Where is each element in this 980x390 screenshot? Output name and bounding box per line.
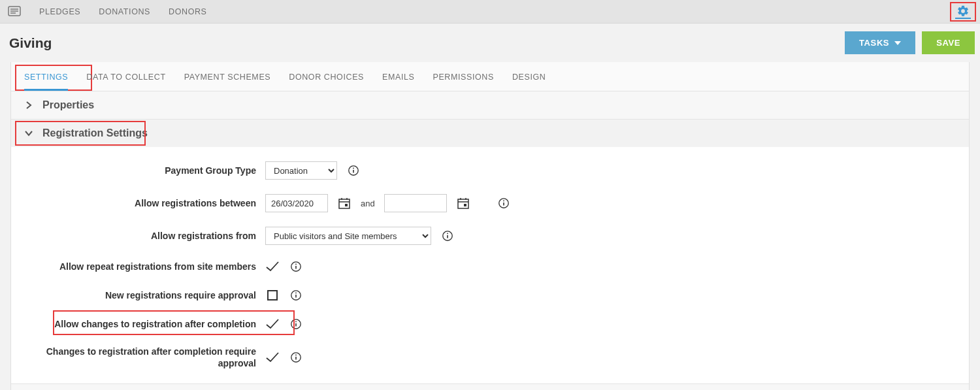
save-button[interactable]: SAVE — [922, 31, 975, 54]
top-nav-bar: PLEDGES DONATIONS DONORS — [0, 0, 980, 24]
approval-checkbox[interactable] — [265, 288, 280, 302]
chevron-right-icon — [24, 101, 33, 109]
calendar-icon[interactable] — [456, 196, 470, 210]
checkbox-empty-icon — [267, 290, 278, 301]
nav-donors[interactable]: DONORS — [169, 7, 206, 16]
allow-between-label: Allow registrations between — [24, 197, 256, 209]
tab-donor-choices[interactable]: DONOR CHOICES — [289, 62, 364, 91]
changes-approval-checkbox[interactable] — [265, 350, 280, 365]
svg-point-34 — [295, 355, 297, 356]
repeat-label: Allow repeat registrations from site mem… — [24, 261, 256, 272]
tab-emails[interactable]: EMAILS — [382, 62, 414, 91]
changes-label: Allow changes to registration after comp… — [24, 318, 256, 330]
svg-rect-7 — [339, 199, 350, 208]
tab-settings[interactable]: SETTINGS — [24, 62, 68, 91]
info-icon[interactable] — [289, 317, 303, 331]
allow-between-from-input[interactable] — [265, 194, 328, 212]
and-label: and — [361, 199, 375, 208]
save-button-label: SAVE — [936, 38, 960, 48]
chevron-down-icon — [894, 41, 901, 45]
chevron-down-icon — [24, 130, 33, 137]
calendar-icon[interactable] — [337, 196, 351, 210]
payment-group-type-label: Payment Group Type — [24, 165, 256, 176]
svg-point-28 — [295, 293, 297, 294]
tasks-button-label: TASKS — [859, 38, 889, 48]
svg-point-25 — [295, 264, 297, 265]
svg-rect-14 — [464, 204, 466, 206]
section-payment-header[interactable]: Payment — [11, 384, 969, 390]
section-registration-header[interactable]: Registration Settings — [11, 120, 969, 147]
nav-donations[interactable]: DONATIONS — [99, 7, 150, 16]
app-menu-icon[interactable] — [8, 6, 21, 18]
tasks-button[interactable]: TASKS — [845, 31, 915, 54]
nav-pledges[interactable]: PLEDGES — [39, 7, 80, 16]
info-icon[interactable] — [289, 259, 303, 274]
repeat-checkbox[interactable] — [265, 259, 280, 274]
info-icon[interactable] — [289, 288, 303, 302]
settings-gear-highlight — [950, 2, 976, 22]
svg-point-22 — [447, 233, 448, 235]
allow-from-select[interactable]: Public visitors and Site members — [265, 227, 431, 245]
payment-group-type-select[interactable]: Donation — [265, 161, 337, 180]
page-header: Giving TASKS SAVE — [0, 24, 980, 62]
approval-label: New registrations require approval — [24, 289, 256, 301]
section-payment: Payment — [11, 384, 969, 390]
info-icon[interactable] — [289, 350, 303, 365]
info-icon[interactable] — [440, 229, 455, 243]
tab-data-to-collect[interactable]: DATA TO COLLECT — [86, 62, 165, 91]
section-properties-title: Properties — [42, 99, 94, 111]
page-title: Giving — [9, 35, 52, 51]
svg-point-6 — [353, 168, 354, 169]
tab-design[interactable]: DESIGN — [512, 62, 546, 91]
section-properties-header[interactable]: Properties — [11, 91, 969, 119]
section-registration: Registration Settings Payment Group Type… — [11, 120, 969, 384]
svg-rect-12 — [458, 199, 468, 208]
svg-rect-9 — [345, 204, 348, 206]
allow-between-to-input[interactable] — [384, 194, 447, 212]
tab-permissions[interactable]: PERMISSIONS — [433, 62, 493, 91]
section-properties: Properties — [11, 91, 969, 120]
info-icon[interactable] — [346, 163, 361, 178]
tab-payment-schemes[interactable]: PAYMENT SCHEMES — [184, 62, 271, 91]
gear-underline — [955, 18, 971, 19]
changes-checkbox[interactable] — [265, 317, 280, 331]
section-registration-body: Payment Group Type Donation Allow regist… — [11, 147, 969, 383]
svg-point-19 — [503, 201, 504, 202]
svg-point-31 — [295, 321, 297, 323]
info-icon[interactable] — [497, 196, 511, 210]
changes-approval-label: Changes to registration after completion… — [24, 346, 256, 369]
settings-tabs: SETTINGS DATA TO COLLECT PAYMENT SCHEMES… — [11, 62, 969, 91]
section-registration-title: Registration Settings — [42, 127, 148, 139]
allow-from-label: Allow registrations from — [24, 230, 256, 242]
